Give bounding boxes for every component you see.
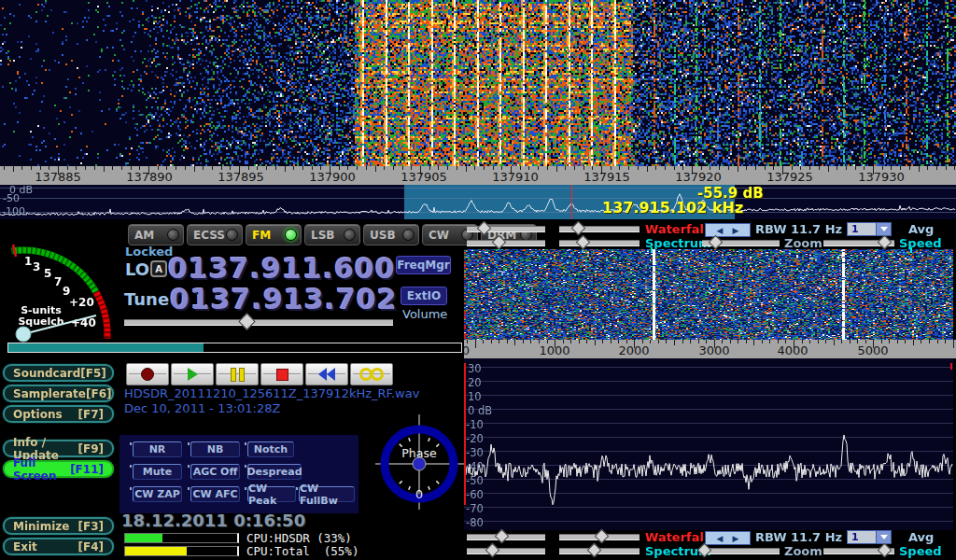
scale-tick <box>650 340 651 343</box>
waterfall-brightness-slider[interactable] <box>467 223 545 233</box>
nb-button[interactable]: NB <box>190 441 240 457</box>
scale-tick <box>655 166 656 170</box>
zoom-slider[interactable] <box>702 545 780 555</box>
rf-scale-label: 137920 <box>675 170 722 184</box>
tune-frequency-display[interactable]: 0137.913.702 <box>170 283 398 315</box>
stop-button[interactable] <box>260 363 303 385</box>
scale-tick <box>565 166 566 170</box>
af-frequency-scale[interactable]: 0 1000 2000 3000 4000 5000 <box>464 340 956 358</box>
rf-frequency-scale[interactable]: 137885 137890 137895 137900 137905 13791… <box>0 166 956 185</box>
s-meter[interactable]: 1 3 5 7 9 +20 +40 S-units Squelch <box>0 224 118 343</box>
af-waterfall-display[interactable] <box>464 249 953 340</box>
soundcard-button[interactable]: Soundcard[F5] <box>3 364 114 382</box>
fullscreen-button[interactable]: Full Screen[F11] <box>3 460 114 478</box>
scale-tick <box>628 166 629 170</box>
speed-slider[interactable] <box>823 545 894 555</box>
waterfall-contrast-slider[interactable] <box>559 223 640 233</box>
scroll-right-icon[interactable]: ▶ <box>733 226 739 235</box>
scale-tick <box>913 340 914 345</box>
mode-button-am[interactable]: AM <box>128 224 184 245</box>
scale-tick <box>710 166 710 170</box>
info-update-button[interactable]: Info / Update[F9] <box>3 440 114 457</box>
minimize-button[interactable]: Minimize[F3] <box>3 517 114 535</box>
phase-knob[interactable] <box>413 457 426 470</box>
scale-tick <box>873 166 874 175</box>
scale-tick <box>49 166 49 170</box>
rbw-readout: RBW 11.7 Hz <box>755 530 842 544</box>
scroll-right-icon[interactable]: ▶ <box>733 534 739 543</box>
waterfall-contrast-slider[interactable] <box>559 531 640 541</box>
pause-button[interactable] <box>216 363 259 385</box>
mode-button-lsb[interactable]: LSB <box>304 224 360 245</box>
scale-tick <box>121 166 122 170</box>
scale-tick <box>239 166 240 175</box>
scale-tick <box>429 166 430 170</box>
spectrum-gain-slider[interactable] <box>467 545 545 555</box>
record-button[interactable] <box>126 363 169 385</box>
play-button[interactable] <box>171 363 214 385</box>
scroll-left-icon[interactable]: ◀ <box>717 226 724 235</box>
notch-button[interactable]: Notch <box>247 441 294 457</box>
dropdown-arrow-icon[interactable] <box>876 223 891 235</box>
cw-zap-button[interactable]: CW ZAP <box>133 486 182 502</box>
spectrum-range-slider[interactable] <box>559 237 640 247</box>
af-db-label: -50 <box>466 474 484 487</box>
speed-slider[interactable] <box>823 237 894 247</box>
waterfall-brightness-slider[interactable] <box>467 531 545 541</box>
samplerate-button[interactable]: Samplerate[F6] <box>3 385 114 402</box>
volume-slider[interactable] <box>124 316 393 327</box>
despread-button[interactable]: Despread <box>247 464 302 480</box>
button-label: Samplerate <box>13 387 86 400</box>
rewind-button[interactable] <box>305 363 348 385</box>
spectrum-range-slider[interactable] <box>559 545 640 555</box>
spectrum-gain-slider[interactable] <box>467 237 545 247</box>
avg-dropdown[interactable]: 1 <box>847 222 892 236</box>
zoom-slider[interactable] <box>702 237 780 247</box>
nr-button[interactable]: NR <box>133 441 182 457</box>
scale-tick <box>555 340 555 348</box>
rf-waterfall-display[interactable] <box>0 0 956 166</box>
rf-db-label: -100 <box>2 205 25 217</box>
volume-slider-track[interactable] <box>124 319 393 326</box>
freqmgr-button[interactable]: FreqMgr <box>396 256 451 274</box>
lo-frequency-display[interactable]: 0137.911.600 <box>168 252 396 285</box>
playback-progress-bar[interactable] <box>7 343 462 353</box>
mute-button[interactable]: Mute <box>133 464 182 480</box>
cw-peak-button[interactable]: CW Peak <box>247 486 296 502</box>
scroll-left-icon[interactable]: ◀ <box>717 534 724 543</box>
af-db-label: -40 <box>466 460 484 473</box>
phase-dial[interactable]: Phase 0 <box>375 414 464 510</box>
cw-afc-button[interactable]: CW AFC <box>190 486 240 502</box>
scale-tick <box>746 166 747 170</box>
mode-button-ecss[interactable]: ECSS <box>187 224 243 245</box>
scale-tick <box>937 340 938 343</box>
rf-spectrum-display[interactable] <box>0 185 956 219</box>
waterfall-label: Waterfall <box>645 530 708 544</box>
smeter-needle-pivot <box>16 327 31 342</box>
scale-tick <box>746 340 747 343</box>
squelch-marker[interactable] <box>13 245 16 257</box>
scale-tick <box>466 166 467 172</box>
exit-button[interactable]: Exit[F4] <box>3 538 114 555</box>
af-spectrum-display[interactable] <box>464 358 953 530</box>
mode-button-fm[interactable]: FM <box>246 224 302 245</box>
options-button[interactable]: Options[F7] <box>3 405 114 423</box>
agc-button[interactable]: AGC Off <box>190 464 240 480</box>
scale-tick <box>40 166 41 170</box>
volume-slider-thumb[interactable] <box>238 313 255 329</box>
scale-tick <box>722 340 723 343</box>
waterfall-scroll-buttons[interactable]: ◀▶ <box>705 531 751 545</box>
loop-button[interactable] <box>350 363 393 385</box>
extio-button[interactable]: ExtIO <box>401 287 447 305</box>
scale-tick <box>819 166 820 170</box>
smeter-scale-label: 5 <box>44 267 51 280</box>
lo-auto-badge[interactable]: A <box>150 260 167 277</box>
avg-dropdown[interactable]: 1 <box>847 530 892 544</box>
waterfall-scroll-buttons[interactable]: ◀▶ <box>705 223 751 237</box>
rbw-readout: RBW 11.7 Hz <box>755 222 842 236</box>
cw-fullbw-button[interactable]: CW FullBw <box>299 486 355 502</box>
scale-tick <box>511 166 512 175</box>
dropdown-arrow-icon[interactable] <box>876 531 891 543</box>
button-label: Full Screen <box>13 456 70 483</box>
mode-button-usb[interactable]: USB <box>363 224 419 245</box>
